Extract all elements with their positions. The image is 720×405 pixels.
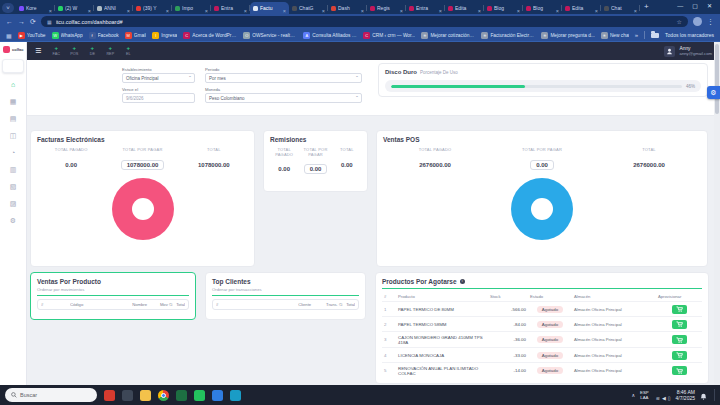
tab-close-icon[interactable] [283, 0, 286, 17]
tab-close-icon[interactable] [127, 0, 130, 17]
documents-icon[interactable]: ▨ [10, 200, 17, 208]
hamburger-icon[interactable]: ☰ [35, 47, 41, 55]
tab-blog-2[interactable]: Blog [523, 2, 562, 14]
tab-close-icon[interactable] [166, 0, 169, 17]
inventory-icon[interactable]: ▤ [10, 115, 17, 123]
maximize-button[interactable]: ▢ [692, 2, 698, 10]
tab-chatgpt[interactable]: ChatG [289, 2, 328, 14]
clients-icon[interactable]: ◔ [11, 149, 15, 157]
wifi-icon[interactable]: ≋ [656, 395, 660, 401]
bookmark-newchat[interactable]: ✳ New chat [601, 32, 629, 39]
periodo-select[interactable]: Por mes [205, 73, 362, 83]
tab-editar-2[interactable]: Edita [562, 2, 601, 14]
food-app-icon[interactable] [104, 390, 115, 401]
tab-whatsapp[interactable]: (2) W [55, 2, 94, 14]
tab-entradas-2[interactable]: Entra [406, 2, 445, 14]
user-info[interactable]: Anny anny@gmail.com [680, 46, 712, 56]
aprovisionar-button[interactable] [672, 320, 687, 329]
tab-entradas[interactable]: Entra [211, 2, 250, 14]
tab-close-icon[interactable] [361, 0, 364, 17]
show-desktop-button[interactable] [714, 389, 715, 401]
bookmark-star-icon[interactable]: ☆ [677, 18, 682, 25]
settings-icon[interactable]: ⚙ [10, 217, 16, 225]
new-pos-button[interactable]: POS [67, 46, 81, 56]
tab-close-icon[interactable] [556, 0, 559, 17]
language-indicator[interactable]: ESP LAA [640, 390, 649, 400]
tab-editar[interactable]: Edita [445, 2, 484, 14]
reports-icon[interactable]: ▧ [10, 183, 17, 191]
apps-grid-icon[interactable]: ▦ [6, 32, 12, 39]
bookmark-wordpress[interactable]: C Acerca de WordPress [183, 32, 237, 39]
bookmark-pregunta[interactable]: ✳ Mejorar pregunta d... [541, 32, 595, 39]
tab-close-icon[interactable] [88, 0, 91, 17]
tab-close-icon[interactable] [205, 0, 208, 17]
sales-icon[interactable]: ◫ [10, 132, 17, 140]
new-rep-button[interactable]: REP [103, 46, 117, 56]
purchases-icon[interactable]: ▥ [10, 166, 17, 174]
file-explorer-icon[interactable] [140, 390, 151, 401]
photos-icon[interactable] [212, 390, 223, 401]
bookmark-owservice[interactable]: O OWService - realt0t... [243, 32, 297, 39]
all-bookmarks-button[interactable]: Todos los marcadores [665, 32, 714, 38]
user-avatar[interactable] [664, 46, 675, 57]
aprovisionar-button[interactable] [672, 366, 687, 375]
tab-close-icon[interactable] [595, 0, 598, 17]
establecimiento-select[interactable]: Oficina Principal [122, 73, 195, 83]
theme-settings-button[interactable]: ⚙ [707, 86, 720, 99]
aprovisionar-button[interactable] [672, 335, 687, 344]
bookmark-whatsapp[interactable]: W WhatsApp [52, 32, 83, 39]
tab-close-icon[interactable] [400, 0, 403, 17]
tab-chatgpt-2[interactable]: Chat [601, 2, 640, 14]
task-view-icon[interactable] [122, 390, 133, 401]
tab-dashboard[interactable]: Dash [328, 2, 367, 14]
scrollbar-thumb[interactable] [715, 44, 719, 114]
tab-close-icon[interactable] [517, 0, 520, 17]
profile-avatar[interactable] [693, 17, 702, 26]
tab-registro[interactable]: Regis [367, 2, 406, 14]
tab-anni[interactable]: ANNI [94, 2, 133, 14]
catalog-icon[interactable]: ▦ [10, 98, 17, 106]
whatsapp-icon[interactable] [194, 390, 205, 401]
edge-icon[interactable] [230, 390, 241, 401]
aprovisionar-button[interactable] [672, 305, 687, 314]
aprovisionar-button[interactable] [672, 351, 687, 360]
new-el-button[interactable]: EL [121, 46, 135, 56]
bookmark-cotizacion[interactable]: ✳ Mejorar cotización v... [421, 32, 475, 39]
battery-icon[interactable]: ▯ [668, 395, 671, 401]
forward-icon[interactable]: → [18, 18, 25, 25]
tab-facturacion[interactable]: Factu [250, 2, 289, 14]
bookmark-crm[interactable]: C CRM ‹ crm — Wor... [363, 32, 415, 39]
tab-close-icon[interactable] [322, 0, 325, 17]
home-icon[interactable]: ⌂ [11, 81, 15, 89]
site-settings-icon[interactable]: ▦ [47, 19, 52, 25]
vence-input[interactable]: 9/6/2026 [122, 93, 195, 103]
tray-expand-icon[interactable]: ∧ [631, 392, 635, 398]
bookmarks-overflow-icon[interactable]: » [635, 32, 638, 38]
tab-search-button[interactable]: ˅ [2, 3, 14, 13]
minimize-button[interactable]: — [677, 2, 683, 10]
info-icon[interactable]: i [460, 279, 465, 284]
volume-icon[interactable]: ◀ [662, 395, 666, 401]
brand-logo[interactable]: colfac [0, 42, 26, 57]
reload-icon[interactable]: ⟳ [30, 18, 36, 26]
tab-close-icon[interactable] [244, 0, 247, 17]
tab-close-icon[interactable] [439, 0, 442, 17]
bookmark-consulta[interactable]: A Consulta Afiliados B... [303, 32, 357, 39]
bookmark-gmail[interactable]: M Gmail [125, 32, 147, 39]
back-icon[interactable]: ← [6, 18, 13, 25]
bookmark-ingresa[interactable]: I Ingresa [152, 32, 177, 39]
clock[interactable]: 8:46 AM 4/7/2025 [676, 389, 695, 401]
tab-close-icon[interactable] [49, 0, 52, 17]
notifications-icon[interactable] [700, 386, 707, 404]
taskbar-search[interactable]: Buscar [5, 388, 97, 402]
browser-menu-icon[interactable]: ⋮ [707, 18, 714, 26]
excel-icon[interactable] [176, 390, 187, 401]
tab-blog[interactable]: Blog [484, 2, 523, 14]
address-bar[interactable]: ▦ itcu.colfac.com/dashboard# ☆ [41, 16, 688, 27]
bookmark-facturacion[interactable]: ✳ Facturación Electrón... [481, 32, 535, 39]
new-fac-button[interactable]: FAC [49, 46, 63, 56]
close-button[interactable]: ✕ [707, 2, 712, 10]
tab-close-icon[interactable] [634, 0, 637, 17]
tab-close-icon[interactable] [478, 0, 481, 17]
bookmark-youtube[interactable]: ▶ YouTube [18, 32, 46, 39]
